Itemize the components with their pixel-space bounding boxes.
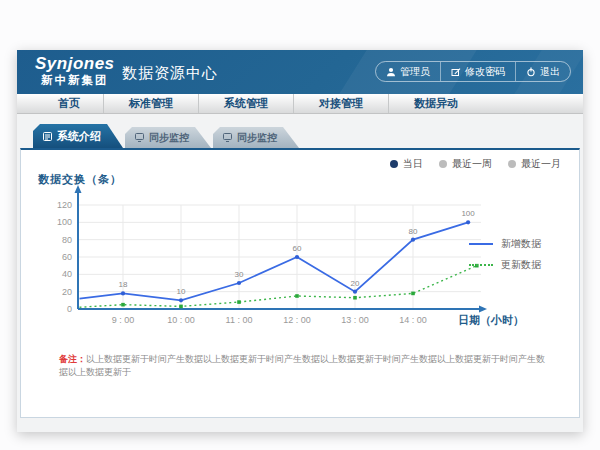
logo-company-name: 新中新集团 [35, 73, 115, 87]
svg-text:10: 10 [177, 287, 186, 296]
header: Synjones 新中新集团 数据资源中心 管理员 修改密码 退出 [17, 50, 583, 94]
legend-label: 新增数据 [501, 237, 541, 251]
main-nav: 首页 标准管理 系统管理 对接管理 数据异动 [17, 94, 583, 114]
svg-text:120: 120 [57, 200, 72, 210]
company-logo: Synjones 新中新集团 [35, 54, 115, 87]
svg-text:18: 18 [119, 280, 128, 289]
chart-panel: 当日 最近一周 最近一月 数据交换（条） 0204060801001209 : … [20, 148, 580, 418]
power-icon [526, 67, 536, 77]
tab-system-intro[interactable]: 系统介绍 [33, 124, 123, 148]
user-icon [386, 67, 396, 77]
svg-text:0: 0 [67, 304, 72, 314]
svg-text:9 : 00: 9 : 00 [112, 315, 135, 325]
app-window: Synjones 新中新集团 数据资源中心 管理员 修改密码 退出 首页 标准管… [17, 50, 583, 432]
footnote: 备注：以上数据更新于时间产生数据以上数据更新于时间产生数据以上数据更新于时间产生… [59, 353, 549, 379]
change-password-button[interactable]: 修改密码 [440, 62, 515, 81]
logout-button[interactable]: 退出 [515, 62, 570, 81]
nav-item-standard-management[interactable]: 标准管理 [103, 94, 198, 113]
legend-item-new-data[interactable]: 新增数据 [469, 233, 541, 254]
edit-icon [451, 67, 461, 77]
svg-text:10 : 00: 10 : 00 [167, 315, 195, 325]
svg-text:12 : 00: 12 : 00 [283, 315, 311, 325]
svg-text:20: 20 [62, 287, 72, 297]
svg-text:100: 100 [461, 209, 475, 218]
tab-label: 同步监控 [237, 131, 277, 145]
change-password-label: 修改密码 [465, 65, 505, 79]
svg-text:100: 100 [57, 217, 72, 227]
nav-item-data-change[interactable]: 数据异动 [388, 94, 483, 113]
svg-text:30: 30 [235, 270, 244, 279]
svg-text:60: 60 [293, 244, 302, 253]
dotted-line-icon [469, 264, 493, 266]
nav-item-home[interactable]: 首页 [35, 94, 103, 113]
svg-text:13 : 00: 13 : 00 [341, 315, 369, 325]
svg-text:40: 40 [62, 269, 72, 279]
svg-text:80: 80 [409, 227, 418, 236]
page-title: 数据资源中心 [122, 64, 218, 83]
tab-label: 同步监控 [149, 131, 189, 145]
logo-brand-text: Synjones [35, 54, 115, 73]
legend-item-updated-data[interactable]: 更新数据 [469, 254, 541, 275]
legend-label: 更新数据 [501, 258, 541, 272]
document-icon [43, 132, 52, 141]
svg-text:60: 60 [62, 252, 72, 262]
footnote-prefix: 备注： [59, 354, 86, 364]
tab-sync-monitor-1[interactable]: 同步监控 [125, 127, 211, 148]
monitor-icon [223, 133, 232, 142]
monitor-icon [135, 133, 144, 142]
user-actions-group: 管理员 修改密码 退出 [375, 61, 571, 82]
svg-text:20: 20 [351, 279, 360, 288]
nav-item-interface-management[interactable]: 对接管理 [293, 94, 388, 113]
solid-line-icon [469, 243, 493, 245]
svg-text:11 : 00: 11 : 00 [226, 315, 253, 325]
tab-label: 系统介绍 [57, 129, 101, 144]
footnote-text: 以上数据更新于时间产生数据以上数据更新于时间产生数据以上数据更新于时间产生数据以… [59, 354, 545, 377]
logout-label: 退出 [540, 65, 560, 79]
admin-user-label: 管理员 [400, 65, 430, 79]
nav-item-system-management[interactable]: 系统管理 [198, 94, 293, 113]
svg-text:80: 80 [62, 235, 72, 245]
x-axis-title: 日期（小时） [458, 313, 524, 328]
tab-bar: 系统介绍 同步监控 同步监控 [33, 124, 301, 148]
series-legend: 新增数据 更新数据 [469, 233, 541, 275]
svg-text:14 : 00: 14 : 00 [399, 315, 427, 325]
tab-sync-monitor-2[interactable]: 同步监控 [213, 127, 299, 148]
admin-user-button[interactable]: 管理员 [376, 62, 440, 81]
